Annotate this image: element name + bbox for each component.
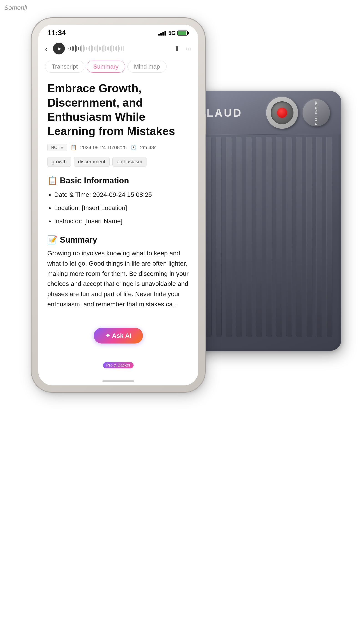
device-ridge: [276, 137, 282, 337]
device-ridge: [286, 137, 292, 337]
device-ridge: [256, 137, 262, 337]
back-button[interactable]: ‹: [45, 44, 48, 53]
device-ridge: [246, 137, 252, 337]
note-title: Embrace Growth, Discernment, and Enthusi…: [47, 81, 189, 138]
phone-screen: 11:34 5G: [38, 25, 198, 385]
device-ridges: [196, 137, 332, 337]
device-ridge: [266, 137, 272, 337]
signal-icon: [158, 30, 167, 36]
basic-info-icon: 📋: [47, 176, 58, 185]
note-meta: NOTE 📋 2024-09-24 15:08:25 🕐 2m 48s: [47, 144, 189, 151]
record-button[interactable]: [266, 97, 298, 129]
device-ridge: [216, 137, 221, 337]
ask-ai-button[interactable]: ✦ Ask AI: [94, 328, 143, 343]
meta-date: 2024-09-24 15:08:25: [80, 145, 127, 151]
meta-duration-icon: 🕐: [130, 145, 136, 151]
waveform: [68, 44, 168, 53]
device-ridge: [306, 137, 312, 337]
record-btn-area: DUAL ENGINE: [266, 97, 330, 129]
play-icon: ▶: [58, 46, 61, 51]
phone-frame: 11:34 5G: [32, 18, 205, 392]
basic-info-list: Date & Time: 2024-09-24 15:08:25 Locatio…: [47, 190, 189, 226]
basic-info-item-instructor: Instructor: [Insert Name]: [54, 216, 189, 226]
basic-info-title: 📋 Basic Information: [47, 176, 189, 185]
tag-growth[interactable]: growth: [47, 157, 71, 167]
play-button[interactable]: ▶: [53, 42, 65, 55]
content-area: Embrace Growth, Discernment, and Enthusi…: [38, 74, 198, 316]
summary-text: Growing up involves knowing what to keep…: [47, 248, 189, 310]
tab-transcript[interactable]: Transcript: [45, 61, 84, 73]
svg-rect-3: [165, 31, 166, 36]
audio-actions: ⬆ ···: [174, 44, 192, 53]
tab-bar: Transcript Summary Mind map: [38, 58, 198, 74]
pro-backer-badge: Pro & Backer: [103, 362, 133, 368]
tags-row: growth discernment enthusiasm: [47, 157, 189, 167]
dual-engine-button[interactable]: DUAL ENGINE: [303, 99, 330, 126]
svg-rect-5: [187, 32, 189, 34]
meta-date-icon: 📋: [71, 145, 77, 151]
tab-mindmap[interactable]: Mind map: [127, 61, 167, 73]
svg-rect-6: [178, 31, 186, 35]
device-header: PLAUD DUAL ENGINE: [187, 91, 341, 134]
more-icon[interactable]: ···: [185, 44, 192, 53]
device-divider: [191, 134, 337, 135]
status-time: 11:34: [47, 29, 66, 37]
device-ridge: [326, 137, 332, 337]
svg-rect-0: [158, 34, 160, 36]
basic-info-item-date: Date & Time: 2024-09-24 15:08:25: [54, 190, 189, 200]
svg-rect-2: [162, 32, 164, 36]
network-label: 5G: [168, 30, 176, 36]
svg-rect-1: [160, 33, 162, 36]
device-ridge: [316, 137, 322, 337]
share-icon[interactable]: ⬆: [174, 44, 180, 53]
scene-container: 11:34 5G: [23, 18, 341, 601]
battery-icon: [177, 30, 189, 36]
tag-enthusiasm[interactable]: enthusiasm: [112, 157, 147, 167]
device-ridge: [226, 137, 232, 337]
watermark: Somonlj: [4, 4, 27, 11]
tag-discernment[interactable]: discernment: [74, 157, 110, 167]
device-body: PLAUD DUAL ENGINE: [187, 91, 341, 351]
basic-info-item-location: Location: [Insert Location]: [54, 203, 189, 213]
dual-engine-label: DUAL ENGINE: [314, 100, 318, 125]
note-badge: NOTE: [47, 144, 67, 151]
device-ridge: [206, 137, 212, 337]
status-icons: 5G: [158, 30, 189, 36]
summary-icon: 📝: [47, 235, 58, 245]
status-bar: 11:34 5G: [38, 25, 198, 40]
record-inner: [271, 101, 293, 124]
phone-side-button: [205, 114, 206, 134]
device-ridge: [236, 137, 242, 337]
tab-summary[interactable]: Summary: [87, 61, 125, 73]
record-dot: [277, 108, 287, 118]
plaud-device: PLAUD DUAL ENGINE: [187, 91, 341, 351]
summary-title: 📝 Summary: [47, 235, 189, 245]
audio-player: ‹ ▶ ⬆ ···: [38, 40, 198, 58]
phone-mockup: 11:34 5G: [32, 18, 205, 392]
meta-duration: 2m 48s: [140, 145, 156, 151]
home-indicator: [102, 380, 134, 382]
device-ridge: [296, 137, 302, 337]
